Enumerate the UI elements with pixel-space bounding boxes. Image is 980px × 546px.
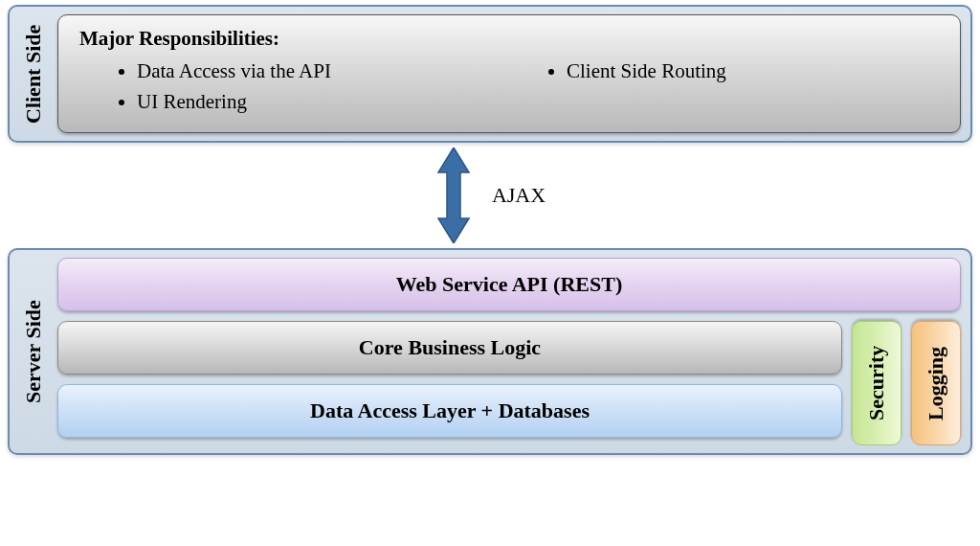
layer-data-access: Data Access Layer + Databases [57, 384, 842, 438]
client-side-tier: Client Side Major Responsibilities: Data… [8, 5, 972, 143]
client-side-label: Client Side [10, 14, 57, 133]
list-item: Data Access via the API [137, 57, 509, 87]
layer-web-service-api: Web Service API (REST) [57, 258, 961, 311]
list-item: Client Side Routing [567, 57, 939, 87]
connector-label: AJAX [492, 183, 546, 208]
responsibilities-box: Major Responsibilities: Data Access via … [57, 14, 961, 133]
responsibilities-list-right: Client Side Routing [509, 57, 939, 87]
server-side-tier: Server Side Web Service API (REST) Core … [8, 248, 972, 455]
double-arrow-icon [434, 148, 473, 243]
pillar-logging: Logging [911, 321, 961, 445]
list-item: UI Rendering [137, 87, 509, 118]
pillar-security: Security [852, 321, 902, 445]
server-side-label: Server Side [10, 258, 57, 445]
responsibilities-list-left: Data Access via the API UI Rendering [79, 57, 509, 117]
layer-core-business-logic: Core Business Logic [57, 321, 842, 375]
connector-section: AJAX [8, 143, 972, 248]
svg-marker-0 [438, 148, 469, 243]
responsibilities-title: Major Responsibilities: [79, 27, 939, 51]
